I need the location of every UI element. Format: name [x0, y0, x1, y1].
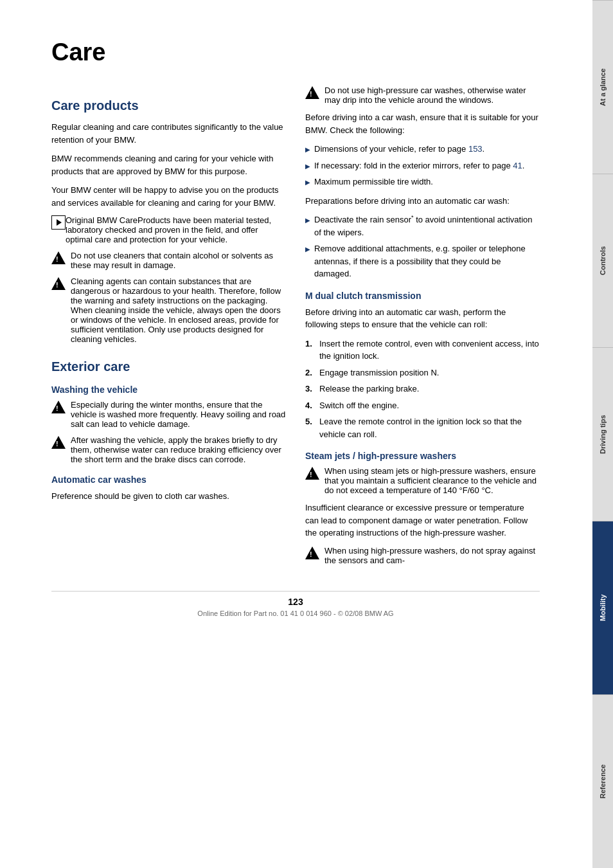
- sidebar-tab-controls[interactable]: Controls: [592, 174, 613, 347]
- right-column: Do not use high-pressure car washes, oth…: [305, 86, 540, 572]
- m-dual-clutch-steps: 1. Insert the remote control, even with …: [305, 338, 540, 441]
- m-dual-clutch-intro: Before driving into an automatic car was…: [305, 306, 540, 331]
- main-content: Care Care products Regular cleaning and …: [0, 0, 572, 868]
- footer-text: Online Edition for Part no. 01 41 0 014 …: [197, 610, 393, 617]
- checklist: ▶ Dimensions of your vehicle, refer to p…: [305, 143, 540, 188]
- step-3: 3. Release the parking brake.: [305, 383, 540, 395]
- warning-icon-1: [51, 251, 66, 266]
- warning-triangle-icon-6: [305, 467, 319, 480]
- warning-icon-6: [305, 467, 319, 481]
- arrow-icon-2: ▶: [305, 161, 310, 171]
- warning-icon-5: [305, 86, 319, 100]
- step-5-text: Leave the remote control in the ignition…: [319, 415, 540, 440]
- care-products-warning1: Do not use cleaners that contain alcohol…: [51, 251, 286, 270]
- warning-triangle-icon-2: [51, 277, 66, 290]
- warning-icon-2: [51, 277, 66, 291]
- warning-icon-3: [51, 401, 66, 415]
- warning-triangle-icon: [51, 251, 66, 264]
- warning-triangle-icon-4: [51, 436, 66, 449]
- arrow-icon-4: ▶: [305, 215, 310, 225]
- warning-triangle-icon-7: [305, 547, 319, 559]
- arrow-icon-1: ▶: [305, 145, 310, 154]
- intro-text: Before driving into a car wash, ensure t…: [305, 111, 540, 136]
- automatic-car-washes-title: Automatic car washes: [51, 475, 286, 485]
- step-3-text: Release the parking brake.: [319, 383, 419, 395]
- warning-triangle-icon-5: [305, 86, 319, 99]
- care-products-para3: Your BMW center will be happy to advise …: [51, 184, 286, 209]
- washing-warning2: After washing the vehicle, apply the bra…: [51, 435, 286, 464]
- exterior-care-title: Exterior care: [51, 359, 286, 374]
- play-icon: [51, 215, 66, 230]
- step-1: 1. Insert the remote control, even with …: [305, 338, 540, 363]
- care-products-para1: Regular cleaning and care contributes si…: [51, 121, 286, 146]
- step-2: 2. Engage transmission position N.: [305, 366, 540, 379]
- page-title: Care: [51, 39, 540, 66]
- prep-text: Preparations before driving into an auto…: [305, 195, 540, 208]
- steam-jets-text: Insufficient clearance or excessive pres…: [305, 502, 540, 539]
- sidebar-tab-at-a-glance[interactable]: At a glance: [592, 0, 613, 174]
- warning1-text: Do not use cleaners that contain alcohol…: [71, 251, 286, 270]
- play-triangle-icon: [57, 219, 62, 226]
- prep-item-2: ▶ Remove additional attachments, e.g. sp…: [305, 242, 540, 280]
- steam-jets-warning2-text: When using high-pressure washers, do not…: [324, 546, 540, 565]
- arrow-icon-3: ▶: [305, 177, 310, 187]
- link-page-153[interactable]: 153: [468, 144, 483, 154]
- footer: 123 Online Edition for Part no. 01 41 0 …: [51, 591, 540, 617]
- washing-warning1-text: Especially during the winter months, ens…: [71, 400, 286, 429]
- step-5: 5. Leave the remote control in the ignit…: [305, 415, 540, 440]
- sidebar-tab-driving-tips[interactable]: Driving tips: [592, 347, 613, 521]
- steam-jets-warning2: When using high-pressure washers, do not…: [305, 546, 540, 565]
- step-2-text: Engage transmission position N.: [319, 366, 439, 379]
- m-dual-clutch-title: M dual clutch transmission: [305, 291, 540, 301]
- checklist-item-1: ▶ Dimensions of your vehicle, refer to p…: [305, 143, 540, 156]
- checklist-item-3: ▶ Maximum permissible tire width.: [305, 176, 540, 188]
- high-pressure-warning-text: Do not use high-pressure car washes, oth…: [324, 86, 540, 105]
- checklist-item-3-text: Maximum permissible tire width.: [314, 176, 433, 188]
- page-number: 123: [51, 597, 540, 607]
- care-products-notice-text: Original BMW CareProducts have been mate…: [66, 215, 286, 244]
- checklist-item-2: ▶ If necessary: fold in the exterior mir…: [305, 159, 540, 172]
- high-pressure-warning: Do not use high-pressure car washes, oth…: [305, 86, 540, 105]
- sidebar: At a glance Controls Driving tips Mobili…: [592, 0, 613, 868]
- automatic-car-washes-text: Preference should be given to cloth car …: [51, 490, 286, 503]
- warning-icon-7: [305, 547, 319, 561]
- warning2-text: Cleaning agents can contain substances t…: [71, 276, 286, 344]
- link-page-41[interactable]: 41: [513, 161, 522, 170]
- step-1-text: Insert the remote control, even with con…: [319, 338, 540, 363]
- sidebar-tab-reference[interactable]: Reference: [592, 694, 613, 868]
- prep-list: ▶ Deactivate the rain sensor* to avoid u…: [305, 213, 540, 280]
- washing-warning2-text: After washing the vehicle, apply the bra…: [71, 435, 286, 464]
- washing-warning1: Especially during the winter months, ens…: [51, 400, 286, 429]
- arrow-icon-5: ▶: [305, 244, 310, 254]
- left-column: Care products Regular cleaning and care …: [51, 86, 286, 572]
- care-products-warning2: Cleaning agents can contain substances t…: [51, 276, 286, 344]
- washing-vehicle-title: Washing the vehicle: [51, 384, 286, 395]
- step-4-text: Switch off the engine.: [319, 399, 399, 412]
- steam-jets-title: Steam jets / high-pressure washers: [305, 451, 540, 461]
- steam-jets-warning-text: When using steam jets or high-pressure w…: [324, 466, 540, 495]
- steam-jets-warning: When using steam jets or high-pressure w…: [305, 466, 540, 495]
- sidebar-tab-mobility[interactable]: Mobility: [592, 521, 613, 694]
- warning-icon-4: [51, 436, 66, 450]
- warning-triangle-icon-3: [51, 401, 66, 413]
- care-products-title: Care products: [51, 98, 286, 113]
- care-products-notice: Original BMW CareProducts have been mate…: [51, 215, 286, 244]
- care-products-para2: BMW recommends cleaning and caring for y…: [51, 152, 286, 177]
- step-4: 4. Switch off the engine.: [305, 399, 540, 412]
- prep-item-1: ▶ Deactivate the rain sensor* to avoid u…: [305, 213, 540, 239]
